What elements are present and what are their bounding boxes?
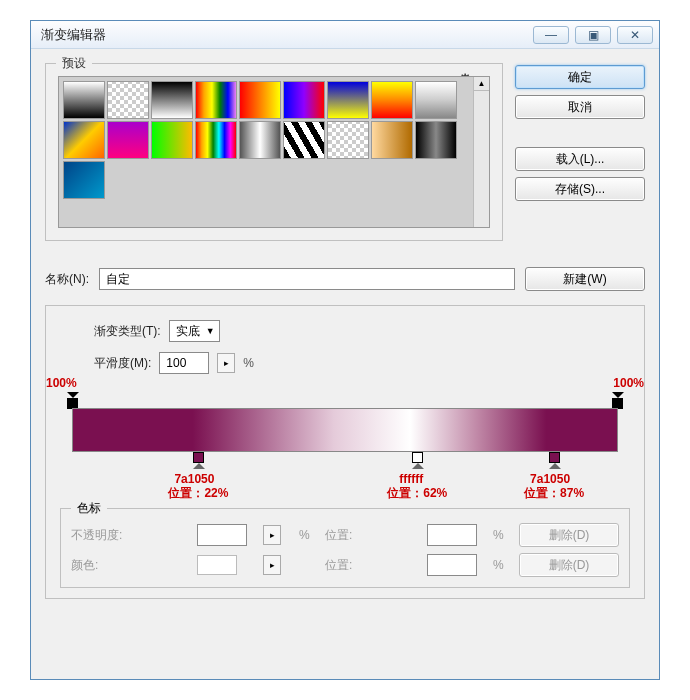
gradient-edit-panel: 渐变类型(T): 实底 ▼ 平滑度(M): ▸ % 100% 100% [45,305,645,599]
smoothness-label: 平滑度(M): [94,355,151,372]
position-label: 位置: [325,557,421,574]
color-stop[interactable] [192,452,205,469]
opacity-stop-label: 100% [46,376,77,390]
dialog-content: 预设 ⚙▾ [31,49,659,679]
presets-legend: 预设 [56,55,92,72]
titlebar[interactable]: 渐变编辑器 — ▣ ✕ [31,21,659,49]
name-input[interactable] [99,268,515,290]
preset-swatch[interactable] [195,121,237,159]
color-position-input [427,554,477,576]
new-button[interactable]: 新建(W) [525,267,645,291]
pct-label: % [493,558,513,572]
stop-hex-label: 7a1050 [530,472,570,486]
smoothness-flyout-icon[interactable]: ▸ [217,353,235,373]
color-swatch [197,555,237,575]
stop-pos-label: 位置：62% [387,485,447,502]
preset-swatch[interactable] [239,81,281,119]
gradient-type-select[interactable]: 实底 ▼ [169,320,220,342]
pct-label: % [299,528,319,542]
preset-swatch[interactable] [63,161,105,199]
color-stop[interactable] [548,452,561,469]
preset-swatch[interactable] [239,121,281,159]
color-label: 颜色: [71,557,191,574]
window-controls: — ▣ ✕ [533,26,659,44]
opacity-position-input [427,524,477,546]
percent-label: % [243,356,254,370]
stop-pos-label: 位置：22% [168,485,228,502]
cancel-button[interactable]: 取消 [515,95,645,119]
stop-hex-label: ffffff [399,472,423,486]
color-flyout-icon: ▸ [263,555,281,575]
preset-swatch[interactable] [415,121,457,159]
opacity-input [197,524,247,546]
stops-fieldset: 色标 不透明度: ▸ % 位置: % 删除(D) 颜色: ▸ 位 [60,508,630,588]
type-selected: 实底 [176,323,200,340]
preset-swatch[interactable] [327,121,369,159]
name-label: 名称(N): [45,271,89,288]
close-button[interactable]: ✕ [617,26,653,44]
stop-hex-label: 7a1050 [174,472,214,486]
opacity-stop-label: 100% [613,376,644,390]
color-stop[interactable] [411,452,424,469]
load-button[interactable]: 载入(L)... [515,147,645,171]
preset-swatch[interactable] [63,81,105,119]
maximize-button[interactable]: ▣ [575,26,611,44]
preset-swatch[interactable] [107,121,149,159]
minimize-button[interactable]: — [533,26,569,44]
preset-swatch[interactable] [371,121,413,159]
gradient-bar[interactable] [72,408,618,452]
opacity-flyout-icon: ▸ [263,525,281,545]
preset-swatch[interactable] [283,81,325,119]
preset-swatch[interactable] [195,81,237,119]
stop-pos-label: 位置：87% [524,485,584,502]
gradient-area: 100% 100% 7a1050 位置：22% ffffff 位置：62% 7a… [60,384,630,502]
delete-opacity-button: 删除(D) [519,523,619,547]
gradient-editor-window: 渐变编辑器 — ▣ ✕ 预设 ⚙▾ [30,20,660,680]
presets-fieldset: 预设 ⚙▾ [45,63,503,241]
preset-swatch[interactable] [151,81,193,119]
delete-color-button: 删除(D) [519,553,619,577]
position-label: 位置: [325,527,421,544]
preset-swatch[interactable] [371,81,413,119]
opacity-label: 不透明度: [71,527,191,544]
preset-swatch[interactable] [283,121,325,159]
pct-label: % [493,528,513,542]
ok-button[interactable]: 确定 [515,65,645,89]
window-title: 渐变编辑器 [41,26,533,44]
chevron-down-icon: ▼ [206,326,215,336]
type-label: 渐变类型(T): [94,323,161,340]
opacity-stop[interactable] [611,392,624,409]
preset-swatch[interactable] [107,81,149,119]
save-button[interactable]: 存储(S)... [515,177,645,201]
preset-swatch[interactable] [415,81,457,119]
preset-swatch[interactable] [63,121,105,159]
smoothness-input[interactable] [159,352,209,374]
opacity-stop[interactable] [66,392,79,409]
preset-grid: ▲ [58,76,490,228]
preset-swatch[interactable] [327,81,369,119]
preset-scrollbar[interactable]: ▲ [473,77,489,227]
preset-swatch[interactable] [151,121,193,159]
stops-legend: 色标 [71,500,107,517]
